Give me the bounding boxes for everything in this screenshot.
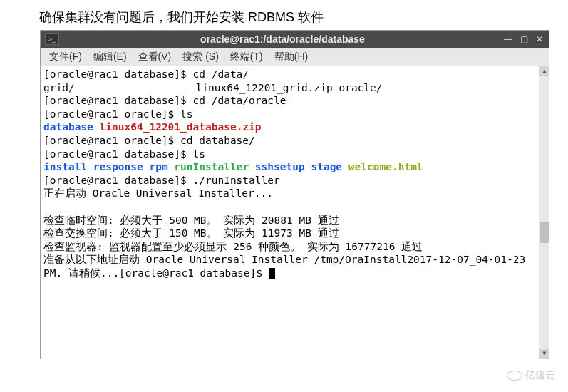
menu-search[interactable]: 搜索 (S)	[177, 49, 224, 65]
terminal-line: [oracle@rac1 database]$ cd /data/	[43, 68, 546, 81]
close-button[interactable]: ✕	[533, 33, 546, 46]
titlebar: >_ oracle@rac1:/data/oracle/database — ▢…	[41, 31, 549, 48]
terminal-line: 准备从以下地址启动 Oracle Universal Installer /tm…	[43, 253, 546, 267]
watermark-text: 亿速云	[525, 369, 555, 382]
dir-rpm: rpm	[149, 161, 167, 172]
menu-help[interactable]: 帮助(H)	[269, 49, 314, 65]
terminal-line: database linux64_12201_database.zip	[43, 120, 546, 134]
terminal-line: 正在启动 Oracle Universal Installer...	[43, 187, 546, 200]
terminal-blank-line	[43, 200, 546, 214]
terminal-line: [oracle@rac1 database]$ cd /data/oracle	[43, 94, 546, 108]
exec-runinstaller: runInstaller	[174, 161, 249, 172]
menubar: 文件(F) 编辑(E) 查看(V) 搜索 (S) 终端(T) 帮助(H)	[41, 48, 549, 66]
terminal-body[interactable]: [oracle@rac1 database]$ cd /data/ grid/l…	[41, 66, 549, 359]
terminal-line: 检查交换空间: 必须大于 150 MB。 实际为 11973 MB 通过	[43, 227, 546, 240]
terminal-line: grid/linux64_12201_grid.zip oracle/	[43, 81, 546, 95]
dir-install: install	[43, 161, 87, 172]
menu-terminal[interactable]: 终端(T)	[224, 49, 269, 65]
scroll-thumb[interactable]	[540, 222, 549, 243]
maximize-button[interactable]: ▢	[517, 33, 530, 46]
terminal-line: [oracle@rac1 database]$ ls	[43, 148, 546, 161]
terminal-scrollbar[interactable]: ▲ ▼	[539, 66, 549, 359]
terminal-line: [oracle@rac1 oracle]$ ls	[43, 108, 546, 121]
scroll-up-button[interactable]: ▲	[539, 66, 549, 76]
menu-view[interactable]: 查看(V)	[133, 49, 177, 65]
terminal-line: 检查临时空间: 必须大于 500 MB。 实际为 20881 MB 通过	[43, 214, 546, 227]
terminal-window: >_ oracle@rac1:/data/oracle/database — ▢…	[40, 30, 549, 359]
window-controls: — ▢ ✕	[502, 33, 546, 46]
dir-response: response	[93, 161, 143, 172]
file-database-zip: linux64_12201_database.zip	[100, 121, 262, 133]
dir-database: database	[43, 121, 93, 133]
intro-text: 确保集群没有问题后，我们开始安装 RDBMS 软件	[39, 9, 324, 26]
menu-file[interactable]: 文件(F)	[43, 49, 88, 65]
terminal-line: [oracle@rac1 oracle]$ cd database/	[43, 134, 546, 148]
cursor-icon	[269, 268, 275, 279]
file-welcome-html: welcome.html	[348, 161, 423, 172]
watermark: 亿速云	[507, 369, 555, 382]
scroll-down-button[interactable]: ▼	[539, 349, 549, 359]
terminal-line: PM. 请稍候...[oracle@rac1 database]$	[43, 267, 546, 280]
terminal-line: install response rpm runInstaller sshset…	[43, 160, 546, 174]
window-title: oracle@rac1:/data/oracle/database	[63, 33, 502, 45]
terminal-line: 检查监视器: 监视器配置至少必须显示 256 种颜色。 实际为 16777216…	[43, 240, 546, 254]
terminal-icon: >_	[45, 33, 59, 45]
dir-sshsetup: sshsetup	[255, 161, 305, 172]
cloud-icon	[507, 371, 522, 381]
terminal-line: [oracle@rac1 database]$ ./runInstaller	[43, 174, 546, 187]
dir-stage: stage	[311, 161, 342, 172]
minimize-button[interactable]: —	[502, 33, 515, 46]
menu-edit[interactable]: 编辑(E)	[88, 49, 133, 65]
